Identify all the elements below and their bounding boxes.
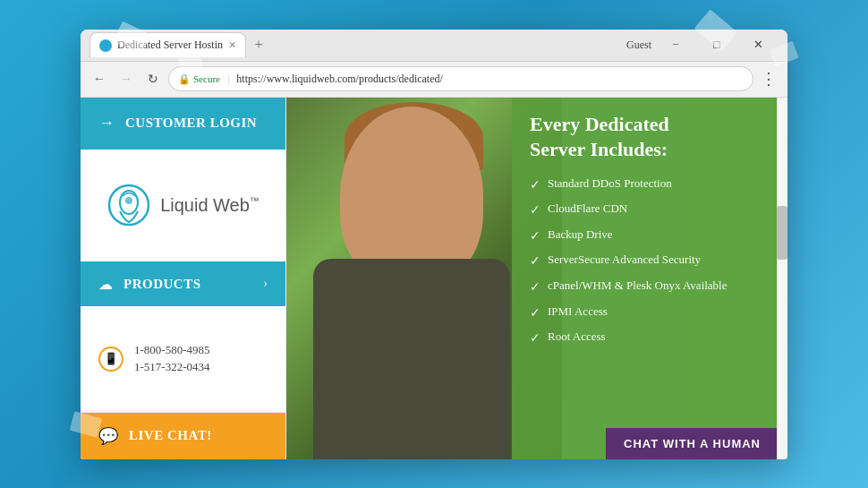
guest-label: Guest <box>626 39 651 52</box>
lock-icon: 🔒 <box>178 73 191 85</box>
main-content: Every Dedicated Server Includes: ✓ Stand… <box>286 98 787 459</box>
check-icon-5: ✓ <box>530 278 540 296</box>
logo-icon <box>106 183 151 227</box>
live-chat-button[interactable]: 💬 LIVE CHAT! <box>81 413 285 459</box>
phone-number-2[interactable]: 1-517-322-0434 <box>134 360 210 374</box>
hero-image: Every Dedicated Server Includes: ✓ Stand… <box>286 98 787 459</box>
feature-item-6: ✓ IPMI Access <box>530 304 770 322</box>
url-divider: | <box>227 73 229 86</box>
back-button[interactable]: ← <box>88 67 111 90</box>
check-icon-7: ✓ <box>530 330 540 347</box>
phone-icon-wrap: 📱 <box>98 347 123 372</box>
person-body <box>313 259 510 459</box>
tab-favicon <box>99 39 112 52</box>
browser-menu-button[interactable]: ⋮ <box>757 67 780 90</box>
minimize-button[interactable]: − <box>655 30 696 62</box>
refresh-button[interactable]: ↻ <box>141 67 165 90</box>
feature-item-2: ✓ CloudFlare CDN <box>530 201 770 219</box>
browser-tab[interactable]: Dedicated Server Hostin ✕ <box>89 32 246 57</box>
forward-button[interactable]: → <box>115 67 138 90</box>
panel-title: Every Dedicated Server Includes: <box>530 112 770 163</box>
products-button[interactable]: ☁ PRODUCTS › <box>81 261 285 306</box>
secure-badge: 🔒 Secure <box>178 73 220 85</box>
customer-login-button[interactable]: → CUSTOMER LOGIN <box>81 98 285 150</box>
customer-login-label: CUSTOMER LOGIN <box>125 116 257 131</box>
feature-item-7: ✓ Root Access <box>530 329 770 347</box>
phone-number-1[interactable]: 1-800-580-4985 <box>134 343 210 357</box>
logo-text: Liquid Web™ <box>160 195 260 216</box>
page-content: → CUSTOMER LOGIN Liquid W <box>81 98 787 459</box>
products-label: PRODUCTS <box>123 277 252 292</box>
phone-numbers: 1-800-580-4985 1-517-322-0434 <box>134 343 210 374</box>
logo-container[interactable]: Liquid Web™ <box>106 183 260 227</box>
logo-tm: ™ <box>250 195 260 206</box>
svg-point-2 <box>125 197 132 204</box>
cloud-icon: ☁ <box>98 276 113 293</box>
check-icon-2: ✓ <box>530 201 540 219</box>
check-icon-3: ✓ <box>530 227 540 245</box>
logo-area: Liquid Web™ <box>81 150 285 262</box>
scrollbar-thumb[interactable] <box>777 206 787 260</box>
products-arrow-icon: › <box>263 277 268 291</box>
sidebar: → CUSTOMER LOGIN Liquid W <box>81 98 286 459</box>
chat-human-button[interactable]: CHAT WITH A HUMAN <box>606 428 779 459</box>
scrollbar-area[interactable] <box>777 98 787 459</box>
secure-text: Secure <box>193 73 220 84</box>
check-icon-6: ✓ <box>530 304 540 322</box>
phone-section: 📱 1-800-580-4985 1-517-322-0434 <box>81 306 285 413</box>
tab-close-button[interactable]: ✕ <box>228 39 236 51</box>
browser-window: Dedicated Server Hostin ✕ + Guest − □ ✕ … <box>81 30 787 459</box>
phone-icon: 📱 <box>104 352 118 366</box>
feature-item-4: ✓ ServerSecure Advanced Security <box>530 252 770 270</box>
new-tab-button[interactable]: + <box>246 32 271 57</box>
content-panel: Every Dedicated Server Includes: ✓ Stand… <box>512 98 787 459</box>
logo-name: Liquid Web™ <box>160 195 260 216</box>
url-text: https://www.liquidweb.com/products/dedic… <box>236 73 443 86</box>
feature-item-1: ✓ Standard DDoS Protection <box>530 176 770 194</box>
login-arrow-icon: → <box>98 114 115 133</box>
check-icon-4: ✓ <box>530 253 540 270</box>
check-icon-1: ✓ <box>530 176 540 194</box>
feature-item-3: ✓ Backup Drive <box>530 227 770 245</box>
chat-icon: 💬 <box>98 426 118 446</box>
feature-list: ✓ Standard DDoS Protection ✓ CloudFlare … <box>530 176 770 347</box>
feature-item-5: ✓ cPanel/WHM & Plesk Onyx Available <box>530 278 770 296</box>
tab-bar: Dedicated Server Hostin ✕ + <box>89 32 626 57</box>
url-bar[interactable]: 🔒 Secure | https://www.liquidweb.com/pro… <box>168 66 753 91</box>
live-chat-label: LIVE CHAT! <box>129 428 212 443</box>
